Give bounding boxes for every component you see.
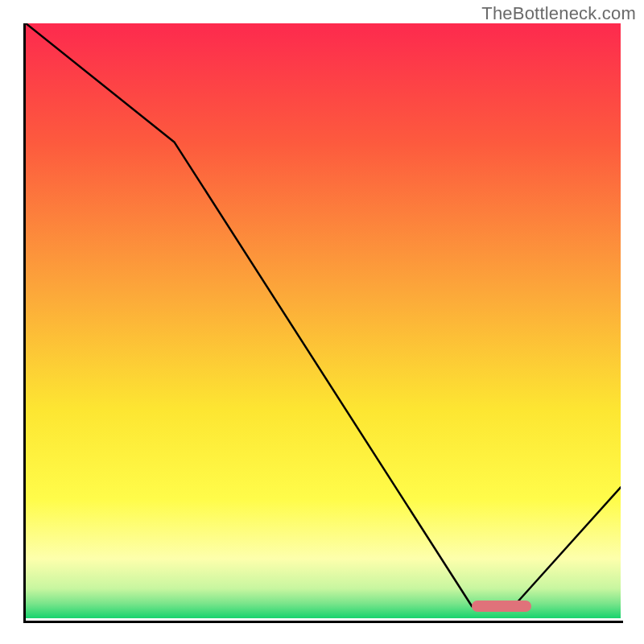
watermark-text: TheBottleneck.com <box>481 3 636 24</box>
chart-svg <box>26 23 621 618</box>
gradient-background <box>26 23 621 618</box>
plot-area <box>26 23 621 618</box>
optimal-range-marker <box>472 601 531 612</box>
